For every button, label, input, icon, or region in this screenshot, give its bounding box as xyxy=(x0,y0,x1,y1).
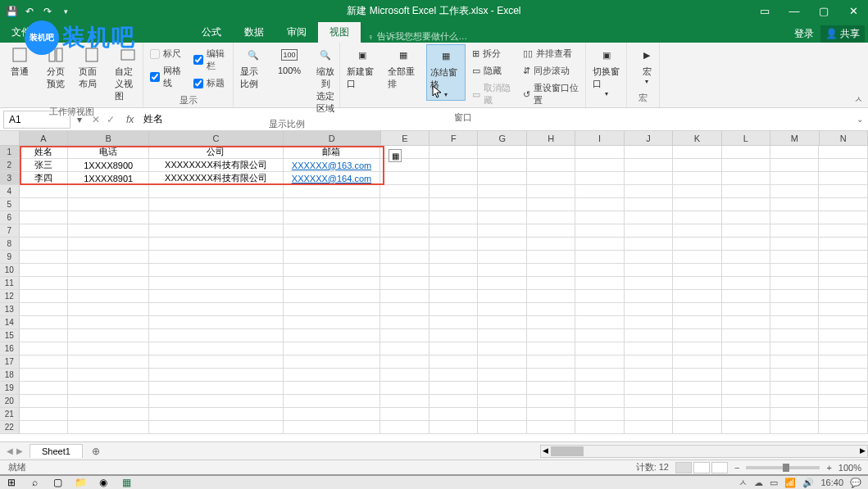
cell[interactable] xyxy=(429,355,478,368)
cell[interactable] xyxy=(673,251,721,263)
cell[interactable] xyxy=(673,303,721,315)
cell[interactable] xyxy=(68,290,149,302)
cell[interactable] xyxy=(20,369,68,381)
close-button[interactable]: ✕ xyxy=(838,0,868,22)
cell[interactable] xyxy=(429,395,478,407)
cell[interactable] xyxy=(770,224,819,237)
zoom-level[interactable]: 100% xyxy=(838,463,861,473)
cell[interactable] xyxy=(770,395,819,407)
cell[interactable] xyxy=(673,290,721,302)
cell[interactable] xyxy=(149,198,283,211)
wifi-icon[interactable]: 📶 xyxy=(784,478,796,488)
excel-taskbar-icon[interactable]: ▦ xyxy=(120,476,133,489)
cell[interactable] xyxy=(575,211,624,224)
cell[interactable] xyxy=(380,421,429,433)
cell[interactable] xyxy=(575,224,624,237)
arrangeall-button[interactable]: ▦全部重排 xyxy=(384,44,422,92)
cell[interactable] xyxy=(527,369,575,381)
cell[interactable] xyxy=(673,198,721,211)
cell[interactable] xyxy=(20,185,68,197)
cell[interactable] xyxy=(68,238,149,250)
cell[interactable] xyxy=(673,185,721,197)
cell[interactable] xyxy=(68,342,149,355)
cell[interactable] xyxy=(429,316,478,328)
cell[interactable]: 1XXXX8900 xyxy=(68,159,149,171)
cell[interactable] xyxy=(575,251,624,263)
zoom-in-button[interactable]: + xyxy=(826,463,831,473)
cell[interactable] xyxy=(527,251,575,263)
cell[interactable] xyxy=(284,342,381,355)
row-header-11[interactable]: 11 xyxy=(0,277,20,289)
col-header-l[interactable]: L xyxy=(722,131,770,145)
select-all-corner[interactable] xyxy=(0,131,20,145)
cell[interactable] xyxy=(478,290,526,302)
cell[interactable] xyxy=(284,421,381,433)
cell[interactable] xyxy=(819,172,867,184)
split-button[interactable]: ⊞拆分 xyxy=(470,46,515,61)
row-header-7[interactable]: 7 xyxy=(0,224,20,237)
share-button[interactable]: 👤 共享 xyxy=(820,25,865,43)
cell[interactable] xyxy=(575,264,624,276)
cell[interactable] xyxy=(770,382,819,394)
cell[interactable] xyxy=(68,185,149,197)
cell[interactable] xyxy=(527,172,575,184)
cell[interactable] xyxy=(429,277,478,289)
tray-up-icon[interactable]: ㅅ xyxy=(738,477,748,489)
cell[interactable] xyxy=(68,251,149,263)
cell[interactable] xyxy=(770,316,819,328)
cell[interactable] xyxy=(380,316,429,328)
cell[interactable] xyxy=(284,238,381,250)
tab-formula[interactable]: 公式 xyxy=(190,22,233,43)
cell[interactable] xyxy=(478,369,526,381)
cell[interactable] xyxy=(819,395,867,407)
cell[interactable] xyxy=(149,185,283,197)
cell[interactable] xyxy=(575,342,624,355)
cell[interactable] xyxy=(478,342,526,355)
cell[interactable] xyxy=(149,211,283,224)
cell[interactable] xyxy=(673,277,721,289)
cell[interactable] xyxy=(284,382,381,394)
col-header-b[interactable]: B xyxy=(68,131,149,145)
cell[interactable] xyxy=(770,172,819,184)
scroll-thumb[interactable] xyxy=(551,446,584,456)
cell[interactable] xyxy=(770,159,819,171)
cell[interactable] xyxy=(527,316,575,328)
cell[interactable] xyxy=(149,329,283,342)
cell[interactable] xyxy=(20,408,68,420)
cell[interactable] xyxy=(68,408,149,420)
col-header-e[interactable]: E xyxy=(381,131,429,145)
ribbon-display-icon[interactable]: ▭ xyxy=(750,0,779,22)
cell[interactable] xyxy=(284,198,381,211)
cell[interactable] xyxy=(68,198,149,211)
cell[interactable] xyxy=(673,224,721,237)
cell[interactable] xyxy=(20,238,68,250)
zoom-slider[interactable] xyxy=(746,466,820,469)
cell[interactable] xyxy=(380,211,429,224)
cell[interactable] xyxy=(819,316,867,328)
cell[interactable] xyxy=(819,303,867,315)
cell[interactable] xyxy=(770,303,819,315)
cell[interactable] xyxy=(722,277,770,289)
cell[interactable] xyxy=(770,264,819,276)
cell[interactable] xyxy=(380,329,429,342)
cell[interactable] xyxy=(575,238,624,250)
cell[interactable] xyxy=(819,251,867,263)
cell[interactable] xyxy=(68,355,149,368)
cell[interactable] xyxy=(380,395,429,407)
cell[interactable] xyxy=(625,342,673,355)
cell[interactable] xyxy=(20,355,68,368)
cell[interactable] xyxy=(149,369,283,381)
cell[interactable] xyxy=(819,146,867,158)
cell[interactable]: 电话 xyxy=(68,146,149,158)
cell[interactable]: 张三 xyxy=(20,159,68,171)
cell[interactable] xyxy=(673,355,721,368)
sheet-tab[interactable]: Sheet1 xyxy=(30,444,83,458)
cell[interactable] xyxy=(625,251,673,263)
cell[interactable] xyxy=(68,277,149,289)
cell[interactable] xyxy=(625,329,673,342)
cell[interactable] xyxy=(575,172,624,184)
formulabar-checkbox[interactable]: 编辑栏 xyxy=(192,46,229,74)
tab-data[interactable]: 数据 xyxy=(233,22,275,43)
cell[interactable] xyxy=(284,251,381,263)
cell[interactable] xyxy=(722,355,770,368)
